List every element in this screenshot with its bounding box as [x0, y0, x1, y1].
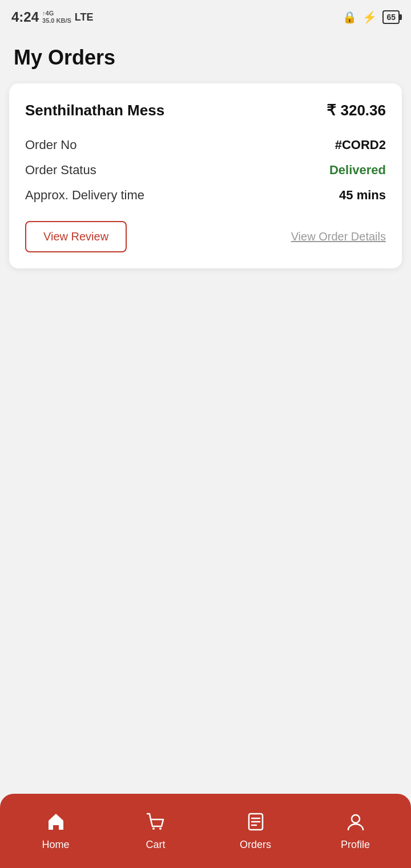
order-status-value: Delivered — [329, 163, 386, 178]
view-review-button[interactable]: View Review — [25, 221, 127, 252]
svg-point-6 — [352, 815, 360, 823]
order-card-header: Senthilnathan Mess ₹ 320.36 — [25, 102, 386, 119]
lte-label: LTE — [75, 11, 94, 23]
profile-icon — [345, 811, 366, 835]
order-details: Order No #CORD2 Order Status Delivered A… — [25, 138, 386, 203]
view-order-details-link[interactable]: View Order Details — [291, 230, 386, 243]
nav-item-profile[interactable]: Profile — [305, 806, 405, 857]
delivery-time-value: 45 mins — [339, 188, 386, 203]
bluetooth-icon: ⚡ — [362, 10, 377, 24]
svg-point-0 — [152, 827, 155, 830]
delivery-time-label: Approx. Delivery time — [25, 188, 144, 203]
lock-icon: 🔒 — [342, 10, 357, 24]
order-card: Senthilnathan Mess ₹ 320.36 Order No #CO… — [9, 83, 402, 268]
order-total: ₹ 320.36 — [327, 102, 386, 119]
home-icon — [46, 811, 66, 835]
status-right: 🔒 ⚡ 65 — [342, 10, 400, 24]
bottom-nav: Home Cart Orders — [0, 794, 411, 868]
nav-item-orders[interactable]: Orders — [206, 806, 305, 857]
nav-orders-label: Orders — [240, 839, 271, 851]
page-title: My Orders — [0, 34, 411, 83]
battery-indicator: 65 — [382, 10, 400, 24]
order-no-row: Order No #CORD2 — [25, 138, 386, 152]
order-card-actions: View Review View Order Details — [25, 221, 386, 252]
network-speed: 35.0 KB/S — [42, 17, 71, 25]
nav-home-label: Home — [42, 839, 69, 851]
battery-level: 65 — [386, 13, 396, 22]
delivery-time-row: Approx. Delivery time 45 mins — [25, 188, 386, 203]
nav-cart-label: Cart — [146, 839, 165, 851]
nav-item-cart[interactable]: Cart — [106, 806, 206, 857]
nav-item-home[interactable]: Home — [6, 806, 106, 857]
status-bar: 4:24 ↑4G 35.0 KB/S LTE 🔒 ⚡ 65 — [0, 0, 411, 34]
status-time: 4:24 — [11, 9, 39, 25]
status-left: 4:24 ↑4G 35.0 KB/S LTE — [11, 9, 93, 25]
nav-profile-label: Profile — [341, 839, 370, 851]
cart-icon — [146, 811, 166, 835]
order-no-value: #CORD2 — [335, 138, 386, 152]
orders-icon — [245, 811, 266, 835]
restaurant-name: Senthilnathan Mess — [25, 102, 327, 119]
network-type: ↑4G — [42, 10, 71, 17]
order-status-label: Order Status — [25, 163, 96, 178]
order-status-row: Order Status Delivered — [25, 163, 386, 178]
status-meta: ↑4G 35.0 KB/S — [42, 10, 71, 25]
svg-point-1 — [159, 827, 162, 830]
order-no-label: Order No — [25, 138, 76, 152]
